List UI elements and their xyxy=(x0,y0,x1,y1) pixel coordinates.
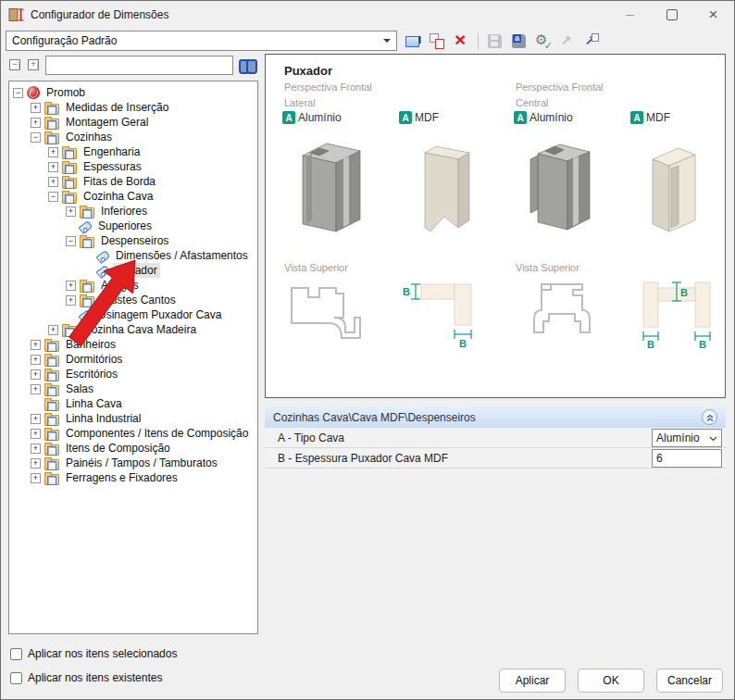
expand-expander-icon[interactable]: + xyxy=(66,295,76,306)
chevron-double-up-icon[interactable] xyxy=(702,409,717,425)
tag-icon xyxy=(79,219,93,233)
tree-item-label: Engenharia xyxy=(81,144,143,159)
tree-item[interactable]: −Cozinhas xyxy=(9,130,257,144)
tree-item[interactable]: +Itens de Composição xyxy=(9,441,257,456)
folder-icon xyxy=(44,370,59,381)
tree-item[interactable]: +Componentes / Itens de Composição xyxy=(9,426,257,441)
folder-icon xyxy=(44,415,59,426)
ok-button[interactable]: OK xyxy=(578,669,644,693)
collapse-expander-icon[interactable]: − xyxy=(48,192,58,202)
chevron-down-icon[interactable] xyxy=(383,39,391,43)
checkbox-unchecked[interactable] xyxy=(10,648,22,660)
expand-expander-icon[interactable]: + xyxy=(31,444,41,454)
search-input[interactable] xyxy=(45,56,233,75)
expand-all-icon[interactable] xyxy=(27,57,41,72)
window-title: Configurador de Dimensões xyxy=(31,8,168,21)
aplicar-button[interactable]: Aplicar xyxy=(499,669,566,693)
tree-item[interactable]: +Ajustes Cantos xyxy=(9,293,257,307)
tree-item[interactable]: −Promob xyxy=(9,85,257,100)
tree-item-label: Usinagem Puxador Cava xyxy=(95,307,224,322)
tree-item[interactable]: +Fitas de Borda xyxy=(9,174,257,189)
arrow-import-icon[interactable] xyxy=(583,33,599,49)
property-grid: Cozinhas Cava\Cava MDF\Despenseiros A - … xyxy=(265,406,726,469)
tree-item[interactable]: Dimensões / Afastamentos xyxy=(9,248,257,263)
expand-expander-icon[interactable]: + xyxy=(31,340,41,350)
chevron-down-icon[interactable] xyxy=(709,431,717,444)
collapse-all-icon[interactable] xyxy=(8,57,22,72)
expand-expander-icon[interactable]: + xyxy=(31,355,41,365)
tree-item-label: Medidas de Inserção xyxy=(63,100,171,115)
tree-item[interactable]: Superiores xyxy=(9,219,257,233)
badge-a: A xyxy=(399,111,412,124)
tree-item[interactable]: +Salas xyxy=(9,381,257,396)
expand-expander-icon[interactable]: + xyxy=(48,147,58,157)
duplicate-icon[interactable] xyxy=(430,33,445,49)
badge-a: A xyxy=(630,111,643,124)
tree-item[interactable]: +Painéis / Tampos / Tamburatos xyxy=(9,456,257,470)
window-controls xyxy=(609,1,734,29)
collapse-expander-icon[interactable]: − xyxy=(31,132,41,143)
tree-item[interactable]: +Espessuras xyxy=(9,159,257,174)
position-label: Central xyxy=(516,97,548,108)
expand-expander-icon[interactable]: + xyxy=(31,458,41,469)
arrow-promote-icon xyxy=(559,33,575,49)
gear-check-icon[interactable] xyxy=(535,33,551,49)
binoculars-search-icon[interactable] xyxy=(238,57,258,73)
tree-item[interactable]: +Adegas xyxy=(9,278,257,293)
apply-selected-items-option[interactable]: Aplicar nos itens selecionados xyxy=(10,642,177,666)
collapse-expander-icon[interactable]: − xyxy=(13,88,23,98)
folder-icon xyxy=(80,207,94,219)
tree-item[interactable]: +Escritórios xyxy=(9,367,257,381)
configuration-combobox[interactable]: Configuração Padrão xyxy=(6,31,397,51)
expand-expander-icon[interactable]: + xyxy=(48,177,58,187)
tree-item[interactable]: +Medidas de Inserção xyxy=(9,100,257,115)
expand-expander-icon[interactable]: + xyxy=(31,369,41,380)
tree-item[interactable]: −Despenseiros xyxy=(9,233,257,248)
tree-item[interactable]: +Banheiros xyxy=(9,337,257,352)
tree-item-label: Promob xyxy=(44,85,88,100)
svg-text:B: B xyxy=(680,287,688,298)
tipo-cava-select[interactable]: Alumínio xyxy=(652,429,722,447)
tree-item[interactable]: Linha Cava xyxy=(9,396,257,411)
tree-item[interactable]: −Cozinha Cava xyxy=(9,189,257,204)
expand-expander-icon[interactable]: + xyxy=(66,281,76,291)
folder-icon xyxy=(44,444,59,456)
close-icon[interactable] xyxy=(692,1,734,29)
tree-item[interactable]: +Cozinha Cava Madeira xyxy=(9,322,257,337)
expand-expander-icon[interactable]: + xyxy=(31,414,41,424)
tree-item[interactable]: +Engenharia xyxy=(9,144,257,159)
espessura-input[interactable]: 6 xyxy=(652,449,722,468)
preview-panel: Puxador Perspectiva Frontal Lateral A Al… xyxy=(265,54,726,398)
expand-expander-icon[interactable]: + xyxy=(31,429,41,439)
tree-item[interactable]: Usinagem Puxador Cava xyxy=(9,307,257,322)
maximize-icon[interactable] xyxy=(651,1,692,29)
apply-existing-items-option[interactable]: Aplicar nos itens existentes xyxy=(10,666,177,690)
tree-item-label: Ferragens e Fixadores xyxy=(63,470,181,485)
cancelar-button[interactable]: Cancelar xyxy=(656,669,723,693)
expand-expander-icon[interactable]: + xyxy=(31,118,41,128)
tree-item[interactable]: +Linha Industrial xyxy=(9,411,257,426)
expand-expander-icon[interactable]: + xyxy=(66,206,76,217)
expand-expander-icon[interactable]: + xyxy=(48,325,58,335)
expand-expander-icon[interactable]: + xyxy=(31,384,41,394)
collapse-expander-icon[interactable]: − xyxy=(66,236,76,246)
top-view-label: Vista Superior xyxy=(284,262,348,273)
preview-group-lateral: Perspectiva Frontal Lateral A Alumínio xyxy=(282,55,497,397)
checkbox-unchecked[interactable] xyxy=(10,672,22,684)
tree-item[interactable]: +Dormitórios xyxy=(9,352,257,367)
expand-expander-icon[interactable]: + xyxy=(31,103,41,113)
rename-icon[interactable] xyxy=(405,33,421,49)
minimize-icon[interactable] xyxy=(609,1,651,29)
tree-item-label: Espessuras xyxy=(81,159,144,174)
tree-item[interactable]: +Montagem Geral xyxy=(9,115,257,130)
export-icon[interactable] xyxy=(511,33,527,49)
tree: −Promob+Medidas de Inserção+Montagem Ger… xyxy=(8,81,258,634)
tree-item[interactable]: Puxador xyxy=(9,263,257,278)
expand-expander-icon[interactable]: + xyxy=(48,162,58,172)
tree-item[interactable]: +Inferiores xyxy=(9,204,257,219)
tag-icon xyxy=(96,264,111,278)
delete-icon[interactable] xyxy=(454,33,469,49)
expand-expander-icon[interactable]: + xyxy=(31,473,41,483)
tree-item[interactable]: +Ferragens e Fixadores xyxy=(9,470,257,485)
tree-item-label: Linha Industrial xyxy=(63,411,143,426)
